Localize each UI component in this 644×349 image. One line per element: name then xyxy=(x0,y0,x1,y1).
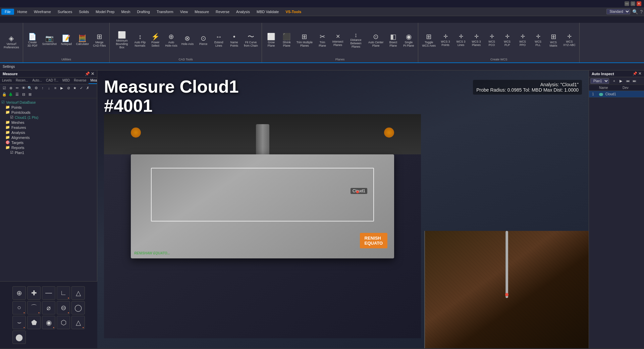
menu-mbd-validate[interactable]: MBD Validate xyxy=(253,9,282,15)
lp-tool-table[interactable]: ⊞ xyxy=(27,91,33,97)
menu-solids[interactable]: Solids xyxy=(75,9,92,15)
trim-plane-button[interactable]: ✂ TrimPlane xyxy=(315,32,330,49)
auto-hole-axis-button[interactable]: ⊕ AutoHole-Axis xyxy=(163,32,179,49)
menu-file[interactable]: File xyxy=(1,9,14,15)
tree-item-verisurf-db[interactable]: ☑ Verisurf DataBase xyxy=(0,100,97,105)
shape-angle[interactable]: ∟● xyxy=(57,286,70,300)
tree-item-analysis[interactable]: 📁 Analysis xyxy=(0,130,97,135)
verisurf-preferences-button[interactable]: ◈ VerisurfPreferences xyxy=(2,34,21,50)
wcs-3-lines-button[interactable]: ✛ WCS 3Lines xyxy=(453,33,468,48)
hole-axis-button[interactable]: ⊗ Hole-Axis xyxy=(180,34,195,47)
bisect-plane-button[interactable]: ◧ BisectPlane xyxy=(386,32,400,49)
shape-ellipse[interactable]: ◯ xyxy=(71,301,85,314)
minimize-button[interactable]: — xyxy=(625,1,629,6)
screenshot-button[interactable]: 📷 Screenshot xyxy=(41,34,58,47)
tab-cad[interactable]: CAD T... xyxy=(44,78,60,84)
merge-cad-files-button[interactable]: ⊞ MergeCAD Files xyxy=(91,32,107,49)
menu-view[interactable]: View xyxy=(177,9,192,15)
wcs-xyz-abc-button[interactable]: ✛ WCSXYZ-ABC xyxy=(561,33,577,48)
menu-reverse[interactable]: Reverse xyxy=(212,9,233,15)
close-button[interactable]: ✕ xyxy=(637,1,641,6)
pierce-button[interactable]: ⊙ Pierce xyxy=(196,34,211,47)
lp-tool-more[interactable]: ▶ xyxy=(59,85,65,91)
rp-forward-button[interactable]: ⏭ xyxy=(631,78,637,84)
tree-item-plan1[interactable]: ☑ Plan1 xyxy=(0,150,97,155)
panel-pin-icon[interactable]: 📌 xyxy=(85,71,90,76)
power-select-button[interactable]: ⚡ PowerSelect xyxy=(148,32,163,49)
tab-levels[interactable]: Levels xyxy=(0,78,14,84)
menu-measure[interactable]: Measure xyxy=(191,9,212,15)
auto-flip-normals-button[interactable]: ↕ Auto FlipNormals xyxy=(132,32,147,49)
lp-tool-magnify[interactable]: 🔍 xyxy=(27,85,33,91)
lp-tool-tree[interactable]: 🌲 xyxy=(8,91,14,97)
lp-tool-x2[interactable]: ✗ xyxy=(85,85,91,91)
wcs-3-planes-button[interactable]: ✛ WCS 3Planes xyxy=(469,33,484,48)
table-row[interactable]: 1 Cloud1 xyxy=(589,91,644,98)
tab-mbd[interactable]: MBD xyxy=(60,78,72,84)
panel-close-icon[interactable]: ✕ xyxy=(91,71,94,76)
calculator-button[interactable]: 🧮 Calculator xyxy=(74,34,91,47)
search-icon[interactable]: 🔍 xyxy=(632,9,638,14)
lp-tool-cross[interactable]: ⊕ xyxy=(8,85,14,91)
settings-label[interactable]: Settings xyxy=(3,65,15,68)
lp-tool-checkmark[interactable]: ☑ xyxy=(1,85,7,91)
menu-wireframe[interactable]: Wireframe xyxy=(31,9,54,15)
tree-item-reports[interactable]: 📁 Reports xyxy=(0,145,97,150)
workspace-dropdown[interactable]: Standard xyxy=(606,9,630,14)
shape-circle[interactable]: ○● xyxy=(12,301,26,314)
lp-tool-view[interactable]: 👁 xyxy=(20,85,26,91)
intersect-planes-button[interactable]: ✕ IntersectPlanes xyxy=(330,33,345,48)
plan-dropdown[interactable]: Plan1 xyxy=(590,78,609,84)
tab-auto[interactable]: Auto... xyxy=(30,78,44,84)
menu-model-prep[interactable]: Model Prep xyxy=(92,9,118,15)
lp-tool-filter[interactable]: ⊘ xyxy=(65,85,71,91)
lp-tool-list[interactable]: ☰ xyxy=(14,91,20,97)
viewport[interactable]: Cloud1 RENISHAW EQUATO... RENISHEQUATO xyxy=(97,70,589,348)
create-3d-pdf-button[interactable]: 📄 Create3D PDF xyxy=(25,32,40,49)
shape-cone[interactable]: △● xyxy=(71,316,85,329)
fit-curve-from-chain-button[interactable]: 〜 Fit Curvefrom Chain xyxy=(242,32,260,49)
shrink-plane-button[interactable]: ⬛ ShrinkPlane xyxy=(279,32,294,49)
lp-tool-grid[interactable]: ⊟ xyxy=(20,91,26,97)
notepad-button[interactable]: 📝 Notepad xyxy=(59,34,74,47)
name-points-button[interactable]: • NamePoints xyxy=(227,32,241,49)
shape-triangle[interactable]: △ xyxy=(71,286,85,300)
wcs-plp-button[interactable]: ✛ WCSPLP xyxy=(500,33,515,48)
lp-tool-check2[interactable]: ✓ xyxy=(78,85,84,91)
lp-tool-arrow-up[interactable]: ↑ xyxy=(40,85,46,91)
rp-pin-icon[interactable]: 📌 xyxy=(633,71,637,76)
wcs-matrix-button[interactable]: ⊞ WCSMatrix xyxy=(546,32,561,49)
tab-reverse[interactable]: Reverse xyxy=(72,78,88,84)
help-icon[interactable]: ? xyxy=(640,9,643,14)
lp-tool-lock[interactable]: 🔒 xyxy=(1,91,7,97)
minimum-bounding-box-button[interactable]: ⬜ MinimumBounding Box xyxy=(112,30,132,51)
trim-multiple-planes-button[interactable]: ⊞ Trim MultiplePlanes xyxy=(295,32,314,49)
maximize-button[interactable]: □ xyxy=(631,1,635,6)
tab-meas[interactable]: Meas... xyxy=(89,78,97,84)
shape-diameter[interactable]: ⌀ xyxy=(42,301,55,314)
shape-cylinder[interactable]: ⬤ xyxy=(12,331,26,344)
tree-item-points[interactable]: 📁 Points xyxy=(0,105,97,110)
menu-drafting[interactable]: Drafting xyxy=(133,9,153,15)
shape-polygon[interactable]: ⬟ xyxy=(27,316,41,329)
tab-recent[interactable]: Recen... xyxy=(14,78,30,84)
shape-line[interactable]: — xyxy=(42,286,55,300)
grow-plane-button[interactable]: ⬜ GrowPlane xyxy=(264,32,279,49)
lp-tool-star[interactable]: ★ xyxy=(72,85,78,91)
shape-plus[interactable]: ✚ xyxy=(27,286,41,300)
wcs-pll-button[interactable]: ✛ WCSPLL xyxy=(531,33,545,48)
rp-run-button[interactable]: ▶ xyxy=(618,78,624,84)
shape-sphere[interactable]: ◉● xyxy=(42,316,55,329)
extend-lines-button[interactable]: ↔ ExtendLines xyxy=(211,32,226,49)
tree-item-targets[interactable]: 🎯 Targets xyxy=(0,140,97,145)
menu-vs-tools[interactable]: VS-Tools xyxy=(282,9,305,15)
single-pt-plane-button[interactable]: ◉ SinglePt Plane xyxy=(401,32,416,49)
auto-center-plane-button[interactable]: ⊙ Auto CenterPlane xyxy=(367,32,385,49)
shape-curve[interactable]: ⌣● xyxy=(12,316,26,329)
lp-tool-layers[interactable]: ≡ xyxy=(52,85,58,91)
rp-close-icon[interactable]: ✕ xyxy=(638,71,641,76)
menu-surfaces[interactable]: Surfaces xyxy=(54,9,75,15)
tree-item-meshes[interactable]: 📁 Meshes xyxy=(0,120,97,125)
rp-back-button[interactable]: ⏮ xyxy=(625,78,631,84)
lp-tool-arrow-down[interactable]: ↓ xyxy=(46,85,52,91)
